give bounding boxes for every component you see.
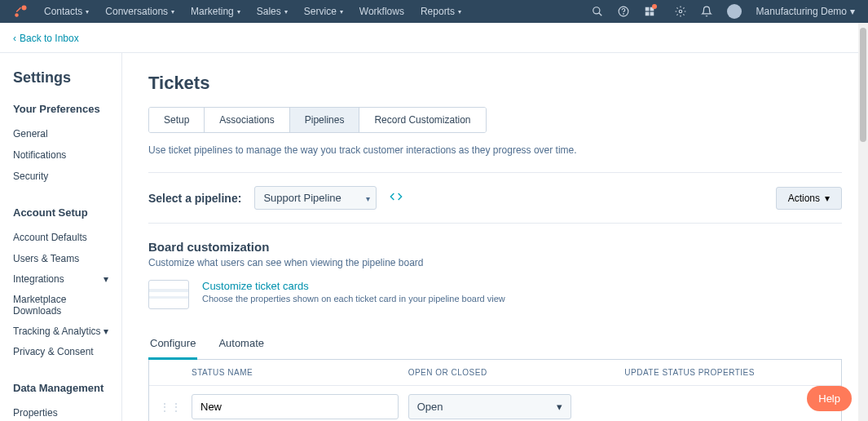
top-nav-right: Manufacturing Demo▾ (592, 4, 855, 19)
sidebar-section-data: Data Management Properties Objects▴ Cont… (13, 382, 108, 421)
sidebar-title: Settings (13, 69, 108, 86)
brand-icon[interactable] (13, 4, 28, 19)
tab-pipelines[interactable]: Pipelines (290, 108, 360, 132)
actions-button[interactable]: Actions▾ (776, 187, 842, 210)
card-customize-row: Customize ticket cards Choose the proper… (148, 280, 842, 309)
sidebar-link-marketplace-downloads[interactable]: Marketplace Downloads (13, 289, 108, 321)
code-icon[interactable] (390, 190, 403, 206)
customize-cards-desc: Choose the properties shown on each tick… (202, 294, 505, 304)
col-update-props: UPDATE STATUS PROPERTIES (624, 368, 831, 377)
help-fab[interactable]: Help (807, 386, 852, 411)
nav-conversations[interactable]: Conversations▾ (105, 6, 174, 17)
sidebar-link-tracking-analytics[interactable]: Tracking & Analytics▾ (13, 321, 108, 341)
pipeline-label: Select a pipeline: (148, 192, 241, 205)
chevron-down-icon: ▾ (284, 8, 288, 16)
status-table: STATUS NAME OPEN OR CLOSED UPDATE STATUS… (148, 360, 842, 421)
notifications-icon[interactable] (701, 6, 712, 17)
sidebar-link-account-defaults[interactable]: Account Defaults (13, 227, 108, 248)
svg-line-4 (598, 13, 601, 16)
drag-handle-icon[interactable]: ⋮⋮ (159, 401, 182, 414)
sidebar-link-users-teams[interactable]: Users & Teams (13, 248, 108, 269)
svg-rect-9 (645, 12, 649, 16)
status-name-input[interactable] (192, 394, 399, 419)
pipeline-select[interactable]: Support Pipeline ▾ (254, 186, 377, 210)
chevron-down-icon: ▾ (237, 8, 240, 16)
chevron-down-icon: ▾ (104, 273, 108, 285)
status-state-select[interactable]: Open▾ (408, 394, 571, 419)
svg-rect-2 (16, 7, 21, 12)
svg-point-11 (679, 10, 682, 13)
nav-reports[interactable]: Reports▾ (421, 6, 461, 17)
col-open-closed: OPEN OR CLOSED (408, 368, 615, 377)
sidebar-link-integrations[interactable]: Integrations▾ (13, 269, 108, 289)
svg-point-0 (15, 13, 19, 17)
svg-point-6 (623, 14, 623, 15)
chevron-down-icon: ▾ (171, 8, 174, 16)
search-icon[interactable] (592, 6, 603, 17)
top-nav: Contacts▾ Conversations▾ Marketing▾ Sale… (0, 0, 868, 23)
chevron-down-icon: ▾ (825, 193, 830, 204)
sidebar-link-notifications[interactable]: Notifications (13, 144, 108, 166)
svg-rect-10 (650, 12, 654, 16)
chevron-down-icon: ▾ (86, 8, 89, 16)
avatar[interactable] (727, 4, 742, 19)
sidebar-link-privacy-consent[interactable]: Privacy & Consent (13, 341, 108, 362)
pipeline-subtabs: Configure Automate (148, 329, 842, 360)
record-tabs: Setup Associations Pipelines Record Cust… (148, 107, 487, 133)
chevron-down-icon: ▾ (340, 8, 343, 16)
sidebar-link-general[interactable]: General (13, 123, 108, 144)
nav-contacts[interactable]: Contacts▾ (44, 6, 89, 17)
sidebar-section-account: Account Setup Account Defaults Users & T… (13, 206, 108, 362)
svg-rect-7 (645, 7, 649, 11)
chevron-down-icon: ▾ (850, 6, 855, 17)
settings-sidebar: Settings Your Preferences General Notifi… (0, 53, 122, 421)
nav-marketing[interactable]: Marketing▾ (191, 6, 240, 17)
col-status-name: STATUS NAME (192, 368, 399, 377)
help-icon[interactable] (618, 6, 629, 17)
sidebar-link-security[interactable]: Security (13, 166, 108, 187)
card-thumbnail-icon (148, 280, 189, 309)
sidebar-section-preferences: Your Preferences General Notifications S… (13, 103, 108, 187)
board-title: Board customization (148, 240, 842, 254)
nav-service[interactable]: Service▾ (304, 6, 343, 17)
chevron-down-icon: ▾ (557, 401, 562, 413)
nav-sales[interactable]: Sales▾ (257, 6, 288, 17)
customize-cards-link[interactable]: Customize ticket cards (202, 280, 505, 292)
status-table-header: STATUS NAME OPEN OR CLOSED UPDATE STATUS… (149, 360, 841, 386)
chevron-down-icon: ▾ (458, 8, 461, 16)
marketplace-icon[interactable] (644, 6, 660, 17)
page-title: Tickets (148, 73, 842, 94)
subtab-automate[interactable]: Automate (217, 329, 266, 360)
scrollbar[interactable] (858, 23, 868, 421)
top-nav-left: Contacts▾ Conversations▾ Marketing▾ Sale… (13, 4, 461, 19)
card-info: Customize ticket cards Choose the proper… (202, 280, 505, 304)
main-content: Tickets Setup Associations Pipelines Rec… (122, 53, 868, 421)
status-row: ⋮⋮ Open▾ (149, 386, 841, 421)
nav-workflows[interactable]: Workflows (359, 6, 404, 17)
sidebar-link-properties[interactable]: Properties (13, 402, 108, 421)
pipeline-selector-row: Select a pipeline: Support Pipeline ▾ Ac… (148, 172, 842, 224)
back-link[interactable]: ‹ Back to Inbox (13, 33, 79, 44)
tab-setup[interactable]: Setup (149, 108, 205, 132)
account-switcher[interactable]: Manufacturing Demo▾ (756, 6, 855, 17)
tab-record-customization[interactable]: Record Customization (359, 108, 485, 132)
board-customization: Board customization Customize what users… (148, 240, 842, 309)
svg-point-1 (22, 6, 27, 11)
tab-description: Use ticket pipelines to manage the way y… (148, 144, 842, 156)
tab-associations[interactable]: Associations (205, 108, 289, 132)
chevron-down-icon: ▾ (104, 326, 108, 337)
subtab-configure[interactable]: Configure (148, 329, 197, 360)
settings-icon[interactable] (675, 6, 686, 17)
board-subtitle: Customize what users can see when viewin… (148, 257, 842, 268)
svg-point-3 (593, 7, 599, 14)
back-bar: ‹ Back to Inbox (0, 23, 868, 53)
